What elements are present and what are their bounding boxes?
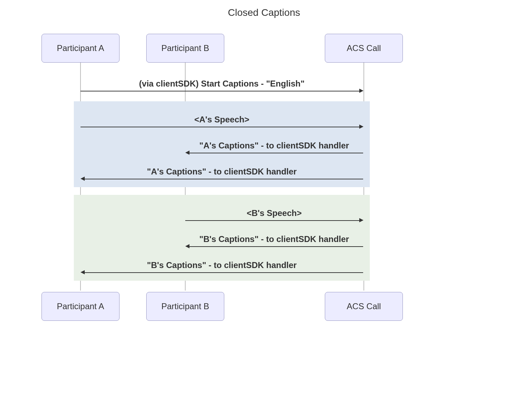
arrowhead-icon: [185, 244, 189, 248]
arrowhead-icon: [359, 125, 363, 129]
arrowhead-icon: [185, 151, 189, 155]
msg-b-captions-to-a-arrow: [84, 272, 363, 273]
msg-b-speech-arrow: [185, 220, 360, 221]
arrowhead-icon: [81, 270, 85, 274]
actor-participant-b-bottom: Participant B: [146, 292, 224, 321]
arrowhead-icon: [359, 218, 363, 222]
actor-participant-a-top: Participant A: [41, 34, 120, 63]
sequence-diagram: Closed Captions Participant A Participan…: [0, 0, 528, 420]
msg-b-speech-label: <B's Speech>: [185, 208, 363, 218]
msg-a-captions-to-b-arrow: [189, 153, 363, 153]
msg-b-captions-to-b-arrow: [189, 246, 363, 247]
msg-b-captions-to-a-label: "B's Captions" - to clientSDK handler: [80, 260, 363, 270]
actor-participant-b-top: Participant B: [146, 34, 224, 63]
msg-a-speech-arrow: [81, 127, 360, 127]
msg-a-speech-label: <A's Speech>: [80, 115, 363, 125]
actor-acs-call-bottom: ACS Call: [325, 292, 403, 321]
actor-acs-call-top: ACS Call: [325, 34, 403, 63]
msg-start-captions-label: (via clientSDK) Start Captions - "Englis…: [80, 79, 363, 89]
diagram-title: Closed Captions: [0, 7, 528, 18]
arrowhead-icon: [359, 89, 363, 93]
arrowhead-icon: [81, 177, 85, 181]
msg-a-captions-to-a-arrow: [84, 179, 363, 179]
msg-a-captions-to-a-label: "A's Captions" - to clientSDK handler: [80, 167, 363, 177]
msg-b-captions-to-b-label: "B's Captions" - to clientSDK handler: [185, 234, 363, 244]
msg-a-captions-to-b-label: "A's Captions" - to clientSDK handler: [185, 141, 363, 151]
msg-start-captions-arrow: [81, 91, 360, 91]
actor-participant-a-bottom: Participant A: [41, 292, 120, 321]
